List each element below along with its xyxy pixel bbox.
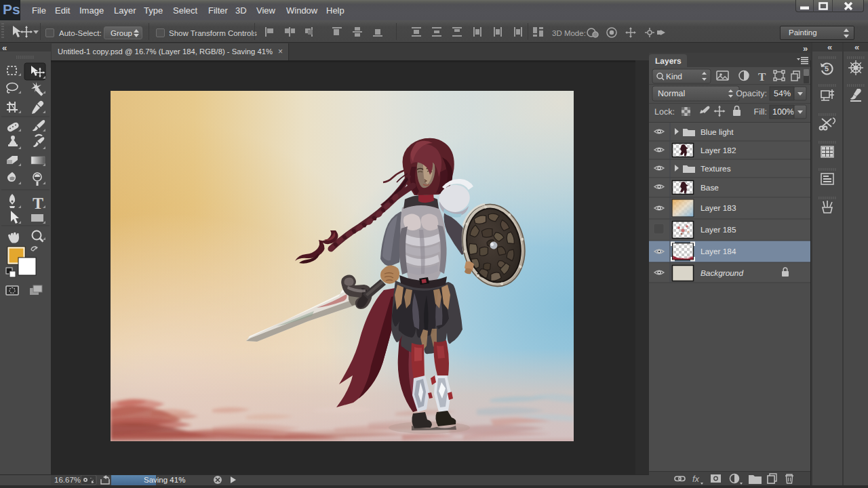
svg-text:fx: fx [692,474,700,484]
svg-text:Layer 184: Layer 184 [701,247,736,256]
svg-text:54%: 54% [774,89,791,98]
svg-text:Layer 182: Layer 182 [701,146,736,155]
svg-text:5: 5 [825,65,829,73]
svg-text:Textures: Textures [701,164,731,174]
svg-text:Background: Background [701,268,743,278]
svg-text:T: T [758,70,766,83]
svg-text:Lock:: Lock: [654,107,675,117]
svg-text:Layer 185: Layer 185 [701,225,736,235]
svg-text:Fill:: Fill: [754,107,767,117]
svg-text:Normal: Normal [658,89,685,98]
svg-text:Blue light: Blue light [701,127,734,137]
svg-text:100%: 100% [772,107,794,117]
svg-text:«: « [827,43,832,52]
svg-text:Layers: Layers [655,56,682,66]
svg-text:«: « [854,43,859,52]
svg-text:Base: Base [701,183,719,192]
svg-text:Kind: Kind [666,72,682,81]
svg-text:Opacity:: Opacity: [736,89,767,98]
svg-text:Layer 183: Layer 183 [701,203,736,213]
svg-text:T: T [33,195,43,213]
